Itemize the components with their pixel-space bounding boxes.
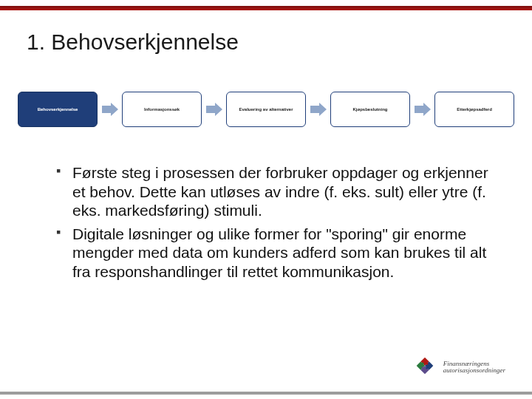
arrow-icon xyxy=(101,103,119,116)
stage-behovserkjennelse: Behovserkjennelse xyxy=(18,92,98,127)
footer-logo: Finansnæringens autorisasjonsordninger xyxy=(412,353,505,381)
bullet-item: Digitale løsninger og ulike former for "… xyxy=(56,225,495,282)
footer-line2: autorisasjonsordninger xyxy=(443,367,505,374)
arrow-icon xyxy=(310,103,327,116)
stage-informasjonssok: Informasjonssøk xyxy=(122,92,202,127)
svg-marker-1 xyxy=(206,103,222,116)
stage-label: Informasjonssøk xyxy=(144,107,180,112)
bullet-item: Første steg i prosessen der forbruker op… xyxy=(56,163,495,220)
bullet-text: Første steg i prosessen der forbruker op… xyxy=(72,164,488,219)
process-flow: Behovserkjennelse Informasjonssøk Evalue… xyxy=(18,89,514,130)
stage-evaluering: Evaluering av alternativer xyxy=(226,92,306,127)
stage-label: Behovserkjennelse xyxy=(38,107,78,112)
svg-marker-0 xyxy=(102,103,118,116)
arrow-icon xyxy=(414,103,432,116)
puzzle-icon xyxy=(412,353,437,381)
stage-label: Evaluering av alternativer xyxy=(239,107,293,112)
arrow-icon xyxy=(205,103,223,116)
stage-label: Etterkjøpsadferd xyxy=(457,107,492,112)
bullet-list: Første steg i prosessen der forbruker op… xyxy=(27,163,495,286)
svg-marker-2 xyxy=(310,103,327,116)
bullet-text: Digitale løsninger og ulike former for "… xyxy=(72,225,486,280)
stage-kjopsbeslutning: Kjøpsbeslutning xyxy=(330,92,410,127)
red-accent-bar xyxy=(0,6,532,10)
svg-marker-3 xyxy=(415,103,431,116)
stage-label: Kjøpsbeslutning xyxy=(353,107,388,112)
page-title: 1. Behovserkjennelse xyxy=(27,30,239,55)
grey-bottom-bar xyxy=(0,392,532,395)
footer-org-name: Finansnæringens autorisasjonsordninger xyxy=(443,361,505,375)
stage-etterkjop: Etterkjøpsadferd xyxy=(434,92,514,127)
